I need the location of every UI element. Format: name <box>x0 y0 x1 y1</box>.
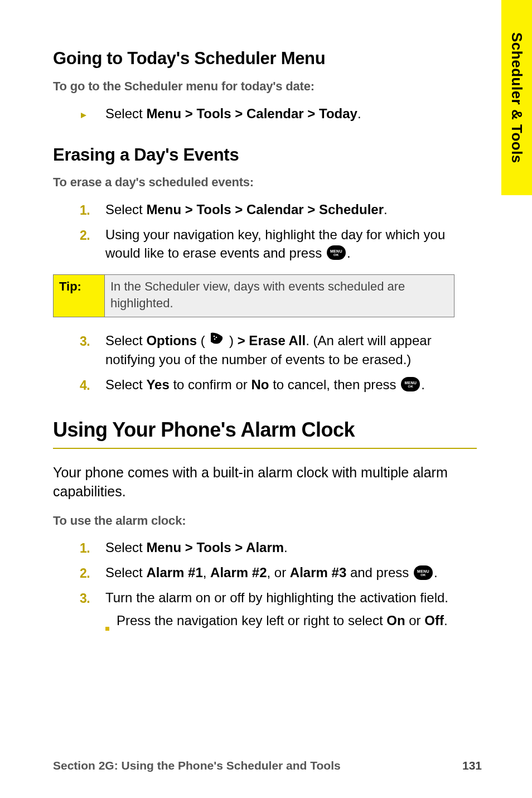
step-text: Turn the alarm on or off by highlighting… <box>105 589 482 635</box>
page-footer: Section 2G: Using the Phone's Scheduler … <box>53 758 482 773</box>
tip-box: Tip: In the Scheduler view, days with ev… <box>53 274 454 317</box>
step-3-erase: 3. Select Options ( ) > Erase All. (An a… <box>80 332 482 369</box>
text-fragment: . <box>357 106 361 121</box>
step-text: Select Options ( ) > Erase All. (An aler… <box>105 332 482 369</box>
heading-alarm-clock: Using Your Phone's Alarm Clock <box>53 417 482 444</box>
text-fragment: , <box>203 565 210 580</box>
step-number: 4. <box>80 376 105 394</box>
text-fragment: . <box>384 202 388 217</box>
menu-ok-icon: MENU OK <box>327 245 346 260</box>
square-bullet-icon <box>105 612 117 635</box>
text-fragment: . <box>347 245 351 260</box>
text-fragment: Select <box>105 333 146 348</box>
text-fragment: Select <box>105 377 146 392</box>
text-fragment: . <box>444 613 448 628</box>
step-4-erase: 4. Select Yes to confirm or No to cancel… <box>80 376 482 394</box>
alarm-intro: Your phone comes with a built-in alarm c… <box>53 463 482 501</box>
step-text: Select Alarm #1, Alarm #2, or Alarm #3 a… <box>105 564 482 582</box>
text-bold: Yes <box>146 377 169 392</box>
svg-marker-0 <box>81 113 86 118</box>
text-fragment: and press <box>346 565 413 580</box>
text-bold: Menu > Tools > Calendar > Today <box>146 106 357 121</box>
text-bold: > Erase All <box>238 333 306 348</box>
icon-text: MENU <box>417 569 429 573</box>
footer-section: Section 2G: Using the Phone's Scheduler … <box>53 758 341 773</box>
text-bold: Alarm #3 <box>290 565 346 580</box>
text-fragment: Select <box>105 106 146 121</box>
lead-alarm: To use the alarm clock: <box>53 512 482 529</box>
text-fragment: . <box>421 377 425 392</box>
text-bold: Menu > Tools > Calendar > Scheduler <box>146 202 384 217</box>
menu-ok-icon: MENU OK <box>414 565 433 580</box>
step-text: Select Yes to confirm or No to cancel, t… <box>105 376 482 394</box>
divider <box>53 448 477 449</box>
step-number: 3. <box>80 332 105 369</box>
text-fragment: Turn the alarm on or off by highlighting… <box>105 590 448 605</box>
icon-text: OK <box>420 573 426 577</box>
text-fragment: . <box>284 540 288 555</box>
text-bold: Off <box>424 613 444 628</box>
step-number: 3. <box>80 589 105 635</box>
icon-text: OK <box>333 253 339 257</box>
step-number: 2. <box>80 226 105 262</box>
text-bold: Options <box>146 333 197 348</box>
page-number: 131 <box>462 758 482 773</box>
text-bold: Alarm #2 <box>210 565 267 580</box>
text-fragment: Select <box>105 565 146 580</box>
icon-text: OK <box>408 385 413 388</box>
sub-bullet-text: Press the navigation key left or right t… <box>117 612 482 635</box>
text-fragment: Using your navigation key, highlight the… <box>105 227 445 260</box>
icon-text: MENU <box>404 381 417 385</box>
softkey-right-icon <box>210 332 224 350</box>
text-fragment: Select <box>105 540 146 555</box>
text-fragment: ( <box>197 333 209 348</box>
step-1-alarm: 1. Select Menu > Tools > Alarm. <box>80 539 482 557</box>
side-tab-label: Scheduler & Tools <box>507 32 526 163</box>
svg-point-2 <box>216 336 217 338</box>
step-text: Select Menu > Tools > Calendar > Schedul… <box>105 201 482 219</box>
side-tab: Scheduler & Tools <box>501 0 532 195</box>
text-bold: No <box>251 377 269 392</box>
step-text: Using your navigation key, highlight the… <box>105 226 482 262</box>
text-fragment: to cancel, then press <box>269 377 400 392</box>
text-fragment: to confirm or <box>170 377 252 392</box>
bullet-today-path: Select Menu > Tools > Calendar > Today. <box>80 105 482 123</box>
text-fragment: Press the navigation key left or right t… <box>117 613 386 628</box>
text-fragment: ) <box>225 333 237 348</box>
tip-label: Tip: <box>54 274 105 317</box>
lead-today: To go to the Scheduler menu for today's … <box>53 78 482 95</box>
sub-bullet: Press the navigation key left or right t… <box>105 612 482 635</box>
tip-body: In the Scheduler view, days with events … <box>105 274 454 317</box>
step-number: 2. <box>80 564 105 582</box>
heading-erasing: Erasing a Day's Events <box>53 143 482 167</box>
text-fragment: . <box>434 565 438 580</box>
step-number: 1. <box>80 201 105 219</box>
step-1-erase: 1. Select Menu > Tools > Calendar > Sche… <box>80 201 482 219</box>
heading-today-scheduler: Going to Today's Scheduler Menu <box>53 47 482 70</box>
text-bold: Menu > Tools > Alarm <box>146 540 284 555</box>
step-2-alarm: 2. Select Alarm #1, Alarm #2, or Alarm #… <box>80 564 482 582</box>
text-bold: Alarm #1 <box>146 565 202 580</box>
text-bold: On <box>386 613 405 628</box>
text-fragment: Select <box>105 202 146 217</box>
lead-erasing: To erase a day's scheduled events: <box>53 174 482 191</box>
step-number: 1. <box>80 539 105 557</box>
step-3-alarm: 3. Turn the alarm on or off by highlight… <box>80 589 482 635</box>
svg-point-3 <box>214 338 216 340</box>
step-text: Select Menu > Tools > Alarm. <box>105 539 482 557</box>
svg-point-1 <box>214 335 215 337</box>
icon-text: MENU <box>330 249 342 253</box>
bullet-marker-icon <box>80 105 105 123</box>
menu-ok-icon: MENU OK <box>401 377 420 391</box>
text-fragment: , or <box>267 565 290 580</box>
bullet-today-text: Select Menu > Tools > Calendar > Today. <box>105 105 482 123</box>
step-2-erase: 2. Using your navigation key, highlight … <box>80 226 482 262</box>
text-fragment: or <box>405 613 425 628</box>
